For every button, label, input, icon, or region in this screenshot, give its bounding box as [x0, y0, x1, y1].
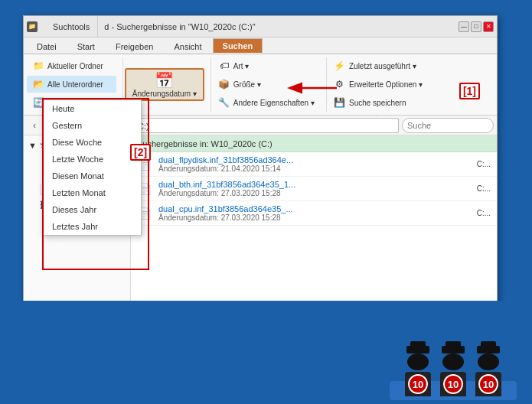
file-item-2[interactable]: 📄 dual_bth.inf_31bf3856ad364e35_1... Änd…: [131, 177, 497, 201]
minimize-button[interactable]: —: [459, 21, 469, 32]
file-item-1[interactable]: 📄 dual_flpydisk.inf_31bf3856ad364e... Än…: [131, 152, 497, 177]
folder-icon: 📁: [32, 60, 44, 72]
annotation-label-1: [1]: [459, 83, 480, 99]
recent-icon: ⚡: [334, 60, 346, 72]
tab-ansicht[interactable]: Ansicht: [164, 39, 211, 54]
dropdown-diesen-monat[interactable]: Diesen Monat: [43, 168, 141, 184]
dropdown-letzten-monat[interactable]: Letzten Monat: [43, 184, 141, 201]
window-title: d - Suchergebnisse in "W10_2020c (C:)": [98, 16, 457, 37]
groesse-button[interactable]: 📦 Größe ▾: [213, 76, 320, 93]
aenderungsdatum-dropdown: Heute Gestern Diese Woche Letzte Woche D…: [42, 99, 142, 236]
tab-suchen[interactable]: Suchen: [213, 38, 263, 54]
erweiterte-optionen-button[interactable]: ⚙ Erweiterte Optionen ▾: [328, 76, 428, 93]
ribbon-tabs-bar: Datei Start Freigeben Ansicht Suchen: [24, 37, 497, 54]
tab-freigeben[interactable]: Freigeben: [106, 39, 164, 54]
gear-icon: ⚙: [334, 78, 346, 90]
dropdown-gestern[interactable]: Gestern: [43, 117, 141, 134]
figure-2: 10: [440, 341, 466, 396]
figure-3: 10: [475, 341, 501, 396]
calendar-icon: 📅: [155, 71, 174, 90]
art-button[interactable]: 🏷 Art ▾: [213, 57, 320, 74]
figure-badge-1: 10: [408, 374, 428, 394]
dropdown-letzte-woche[interactable]: Letzte Woche: [43, 151, 141, 168]
file-list: Suchergebnisse in: W10_2020c (C:) 📄 dual…: [131, 135, 497, 313]
alle-unterordner-button[interactable]: 📂 Alle Unterordner: [27, 76, 116, 93]
search-result-header: Suchergebnisse in: W10_2020c (C:): [131, 135, 497, 152]
aktueller-ordner-button[interactable]: 📁 Aktueller Ordner: [27, 57, 116, 74]
window-controls: — □ ✕: [459, 21, 494, 32]
dropdown-heute[interactable]: Heute: [43, 100, 141, 117]
file-info-1: dual_flpydisk.inf_31bf3856ad364e... Ände…: [158, 155, 471, 173]
andere-eigenschaften-button[interactable]: 🔧 Andere Eigenschaften ▾: [213, 94, 320, 111]
dropdown-diese-woche[interactable]: Diese Woche: [43, 134, 141, 151]
search-input[interactable]: [402, 118, 494, 133]
figures-container: 10 10 10: [405, 341, 501, 396]
close-button[interactable]: ✕: [483, 21, 494, 32]
dropdown-dieses-jahr[interactable]: Dieses Jahr: [43, 201, 141, 218]
file-item-3[interactable]: 📄 dual_cpu.inf_31bf3856ad364e35_... Ände…: [131, 201, 497, 226]
properties-icon: 🔧: [218, 96, 230, 109]
maximize-button[interactable]: □: [471, 21, 481, 32]
chevron-icon: ▼: [28, 141, 37, 150]
suchtools-tab[interactable]: Suchtools: [45, 16, 98, 37]
file-info-3: dual_cpu.inf_31bf3856ad364e35_... Änderu…: [158, 204, 471, 222]
dropdown-letztes-jahr[interactable]: Letztes Jahr: [43, 218, 141, 235]
figure-badge-2: 10: [443, 374, 463, 394]
figure-1: 10: [405, 341, 431, 396]
aenderungsdatum-button[interactable]: 📅 Änderungsdatum ▾: [125, 68, 204, 101]
title-bar-tabs: Suchtools d - Suchergebnisse in "W10_202…: [45, 16, 457, 37]
figure-badge-3: 10: [478, 374, 498, 394]
file-info-2: dual_bth.inf_31bf3856ad364e35_1... Änder…: [158, 180, 471, 197]
save-icon: 💾: [334, 96, 346, 109]
size-icon: 📦: [218, 78, 230, 90]
back-button[interactable]: ‹: [27, 118, 42, 133]
tag-icon: 🏷: [218, 60, 230, 72]
ribbon-group-filters: 🏷 Art ▾ 📦 Größe ▾ 🔧 Andere Eigenschaften…: [213, 57, 327, 112]
tab-start[interactable]: Start: [67, 39, 105, 54]
suche-speichern-button[interactable]: 💾 Suche speichern: [328, 94, 428, 111]
folder-open-icon: 📂: [32, 78, 44, 90]
tab-datei[interactable]: Datei: [27, 39, 67, 54]
annotation-label-2: [2]: [130, 144, 151, 161]
zuletzt-ausgefuehrt-button[interactable]: ⚡ Zuletzt ausgeführt ▾: [328, 57, 428, 74]
ribbon-group-optionen: ⚡ Zuletzt ausgeführt ▾ ⚙ Erweiterte Opti…: [328, 57, 434, 112]
title-bar: 📁 Suchtools d - Suchergebnisse in "W10_2…: [24, 16, 497, 37]
